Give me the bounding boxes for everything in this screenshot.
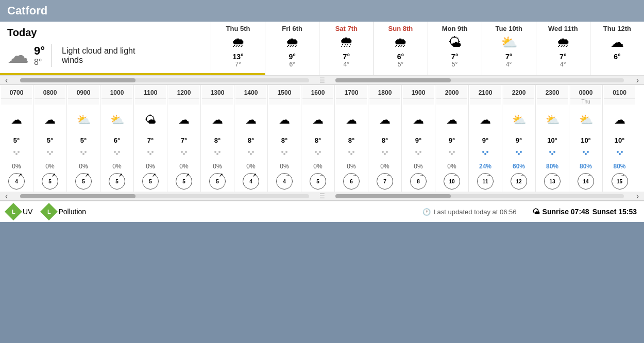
rain-icon [168,145,199,162]
svg-point-8 [84,151,87,153]
svg-point-2 [18,151,20,153]
hour-time: 0700 [1,85,32,99]
hour-temp: 8° [202,135,233,145]
forecast-day-low: 6° [267,61,317,68]
rain-icon [68,145,99,162]
scroll-left-arrow-2[interactable]: ‹ [3,191,10,202]
svg-point-22 [250,153,252,155]
scroll-center-icon: ☰ [319,77,325,84]
scroll-left-arrow[interactable]: ‹ [3,75,10,86]
hour-temp: 8° [269,135,300,145]
forecast-day-3[interactable]: Sun 8th🌧6°5° [374,22,428,75]
forecast-day-2[interactable]: Sat 7th🌨7°4° [319,22,374,75]
hour-col: 0800 ☁5°0%5↗ [33,85,67,192]
forecast-day-high: 6° [592,53,642,61]
hour-sub [68,99,99,105]
last-updated: 🕐 Last updated today at 06:56 [422,208,516,216]
rain-icon [269,145,300,162]
today-content: ☁ 9° 8° Light cloud and light winds [7,43,204,68]
hour-time: 1600 [302,85,333,99]
hour-weather-icon: ⛅ [537,105,568,135]
svg-point-14 [151,151,154,153]
wind-speed: 15→ [612,173,628,190]
today-icon: ☁ [7,43,29,68]
wind-speed: 14→ [578,173,594,190]
hour-sub [537,99,568,105]
forecast-day-icon: ⛅ [484,35,534,50]
pollution-badge: L Pollution [43,205,86,218]
hour-weather-icon: 🌤 [135,105,166,135]
forecast-day-5[interactable]: Tue 10th⛅7°4° [482,22,536,75]
hour-time: 2200 [503,85,534,99]
svg-point-55 [619,153,621,155]
hour-col: 2300 ⛅10°80%13→ [536,85,569,192]
svg-point-12 [147,151,149,153]
svg-point-41 [453,151,455,153]
svg-point-11 [118,151,120,153]
wind-speed: 12→ [511,173,527,190]
hour-weather-icon: ☁ [302,105,333,135]
rain-icon [202,145,233,162]
forecast-day-6[interactable]: Wed 11th🌧7°4° [536,22,590,75]
forecast-day-high: 7° [430,53,480,61]
svg-point-32 [352,151,354,153]
uv-label: UV [23,208,32,216]
forecast-day-label: Thu 5th [213,25,263,32]
svg-point-16 [183,153,185,155]
rain-percent: 0% [369,162,400,171]
forecast-day-0[interactable]: Thu 5th🌧13°7° [211,22,265,75]
hour-temp: 9° [503,135,534,145]
sunrise-icon: 🌤 [532,208,539,216]
svg-point-53 [587,151,589,153]
rain-percent: 0% [436,162,467,171]
hour-col: 1900 ☁9°0%8→ [402,85,435,192]
wind-speed: 5↗ [109,173,125,190]
svg-point-10 [116,153,118,155]
forecast-strip: Thu 5th🌧13°7°Fri 6th🌧9°6°Sat 7th🌨7°4°Sun… [211,22,644,75]
hour-sub [135,99,166,105]
sunset-label: Sunset 15:53 [592,208,637,216]
hour-sub [470,99,501,105]
svg-point-6 [80,151,82,153]
svg-point-26 [285,151,287,153]
hour-sub [168,99,199,105]
hour-temp: 8° [235,135,266,145]
forecast-day-label: Thu 12th [592,25,642,32]
forecast-day-7[interactable]: Thu 12th☁6° [590,22,644,75]
bottom-left: L UV L Pollution [7,205,86,218]
scroll-center-icon-2: ☰ [319,193,325,200]
clock-icon: 🕐 [422,208,431,216]
hour-temp: 7° [168,135,199,145]
rain-percent: 0% [135,162,166,171]
hour-col: 1800 ☁8°0%7→ [368,85,402,192]
scroll-right-arrow[interactable]: › [634,75,641,86]
rain-percent: 0% [403,162,434,171]
hour-col: 1200 ☁7°0%5↗ [167,85,201,192]
wind-speed: 5→ [310,173,326,190]
hour-sub [369,99,400,105]
hour-weather-icon: ☁ [35,105,65,135]
rain-icon [302,145,333,162]
hour-temp: 10° [570,135,601,145]
hour-time: 0900 [68,85,99,99]
rain-icon [101,145,132,162]
svg-point-0 [13,151,15,153]
hour-time: 1300 [202,85,233,99]
hour-weather-icon: ☁ [202,105,233,135]
hour-weather-icon: ☁ [336,105,367,135]
rain-icon [336,145,367,162]
wind-speed: 13→ [544,173,561,190]
hour-weather-icon: ☁ [168,105,199,135]
hour-col: 0700 ☁5°0%4↗ [0,85,33,192]
forecast-day-1[interactable]: Fri 6th🌧9°6° [265,22,319,75]
hour-temp: 10° [537,135,568,145]
hour-time: 2100 [470,85,501,99]
forecast-day-4[interactable]: Mon 9th🌤7°5° [428,22,482,75]
svg-point-36 [415,151,417,153]
svg-point-48 [549,151,551,153]
hour-sub [1,99,32,105]
rain-icon [503,145,534,162]
scroll-right-arrow-2[interactable]: › [634,191,641,202]
rain-percent: 0% [168,162,199,171]
forecast-day-low: 4° [484,61,534,68]
